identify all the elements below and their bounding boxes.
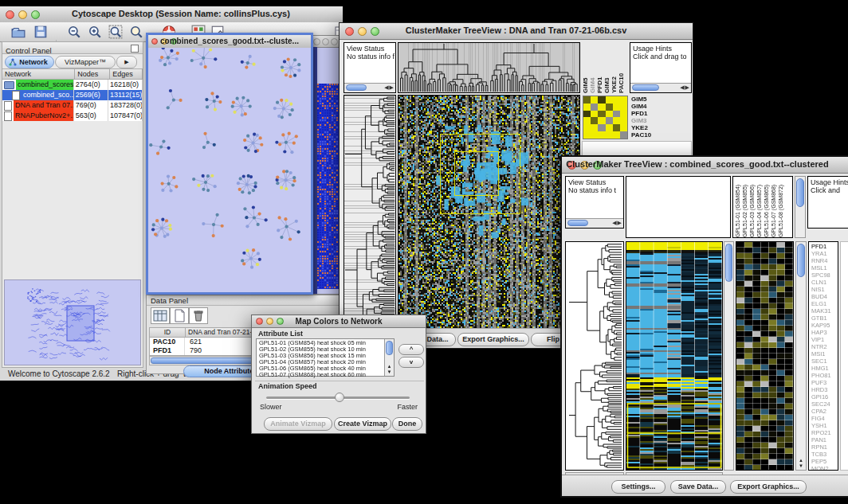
matrix-cell[interactable] [583, 104, 591, 111]
dialog-button-1[interactable]: Create Vizmap [334, 417, 391, 431]
dialog-button-2[interactable]: Done [392, 417, 422, 431]
attribute-select-icon[interactable] [151, 307, 170, 324]
tv2-zoom-heatmap[interactable] [736, 241, 794, 471]
tv1-button-1[interactable]: Export Graphics... [457, 333, 529, 346]
network-overview-canvas[interactable] [5, 280, 140, 365]
tv1-global-heatmap[interactable] [398, 95, 580, 329]
tv1-column-dendrogram[interactable] [398, 42, 580, 93]
matrix-cell[interactable] [598, 96, 605, 104]
zoom-in-icon[interactable] [88, 25, 102, 39]
tv2-column-dendrogram[interactable] [626, 176, 731, 238]
network-row[interactable]: combined_sco...2569(6)13112(15) [2, 90, 143, 100]
matrix-cell[interactable] [583, 117, 591, 124]
tv1-status-scrollbar[interactable]: ◀▶ [344, 83, 395, 92]
matrix-cell[interactable] [591, 111, 598, 118]
matrix-cell[interactable] [613, 111, 620, 118]
tv1-zoom-matrix[interactable] [583, 96, 628, 139]
save-icon[interactable] [33, 25, 48, 39]
dialog-button-0[interactable]: Animate Vizmap [264, 417, 332, 431]
matrix-cell[interactable] [620, 104, 627, 111]
animation-slider[interactable] [266, 397, 410, 399]
matrix-cell[interactable] [606, 111, 613, 118]
network-overview-panel[interactable] [4, 279, 141, 365]
matrix-cell[interactable] [606, 96, 613, 104]
tv2-collabel-scrollbar[interactable] [795, 176, 806, 238]
slider-thumb[interactable] [335, 393, 344, 402]
tv2-button-1[interactable]: Save Data... [670, 480, 726, 494]
matrix-cell[interactable] [613, 124, 620, 131]
matrix-cell[interactable] [620, 131, 627, 139]
matrix-cell[interactable] [613, 131, 620, 139]
tv1-row-label: GIM3 [631, 117, 663, 124]
matrix-cell[interactable] [606, 104, 613, 111]
zoom-out-icon[interactable] [67, 25, 81, 39]
attribute-list-scrollbar[interactable]: ▲▼ [384, 339, 394, 376]
network-view-canvas[interactable] [148, 48, 311, 292]
main-titlebar[interactable]: Cytoscape Desktop (Session Name: collins… [0, 6, 343, 23]
tv2-zoom-scrollbar[interactable]: ▲▼ [795, 241, 807, 471]
tv2-status-scrollbar[interactable]: ◀▶ [566, 218, 623, 228]
delete-attribute-icon[interactable] [189, 307, 208, 324]
network-frame-titlebar[interactable]: combined_scores_good.txt--cluste... [148, 35, 311, 49]
attribute-list-item[interactable]: GPL51-07 (GSM868) heat shock 60 min [259, 372, 394, 378]
network-row[interactable]: combined_scores2764(0)16218(0) [2, 80, 143, 90]
matrix-cell[interactable] [591, 96, 598, 104]
matrix-cell[interactable] [591, 117, 598, 124]
inactive-zoom-button[interactable] [331, 38, 338, 45]
matrix-cell[interactable] [606, 131, 613, 139]
tab-vizmapper[interactable]: VizMapper™ [55, 56, 116, 68]
tv1-hints-scrollbar[interactable]: ◀▶ [630, 83, 691, 92]
col-id[interactable]: ID [150, 328, 186, 337]
matrix-cell[interactable] [598, 131, 605, 139]
float-panel-icon[interactable] [131, 45, 139, 53]
tv2-button-0[interactable]: Settings... [611, 480, 665, 494]
minimize-button[interactable] [18, 10, 27, 19]
matrix-cell[interactable] [620, 96, 627, 104]
tab-network[interactable]: Network [5, 56, 54, 68]
move-down-button[interactable]: v [398, 357, 424, 368]
open-file-icon[interactable] [11, 25, 26, 39]
matrix-cell[interactable] [598, 117, 605, 124]
tv1-row-dendrogram[interactable] [344, 95, 396, 329]
matrix-cell[interactable] [613, 96, 620, 104]
matrix-cell[interactable] [591, 131, 598, 139]
attribute-list[interactable]: GPL51-01 (GSM854) heat shock 05 minGPL51… [256, 338, 395, 377]
network-row[interactable]: RNAPuberNov2+...563(0)107847(0) [2, 111, 143, 121]
tv2-gene-list[interactable]: PFD1YRA1RNR4MSL1SPC98CLN1NIS1BUD4ELG1MAK… [808, 241, 838, 471]
matrix-cell[interactable] [598, 104, 605, 111]
network-row[interactable]: DNA and Tran 07...769(0)183728(0) [2, 100, 143, 111]
matrix-cell[interactable] [620, 111, 627, 118]
matrix-cell[interactable] [613, 117, 620, 124]
matrix-cell[interactable] [583, 111, 591, 118]
tv2-global-heatmap[interactable] [626, 241, 723, 471]
treeview2-titlebar[interactable]: ClusterMaker TreeView : combined_scores_… [562, 157, 848, 174]
tv2-heatmap-scrollbar[interactable] [724, 241, 734, 471]
matrix-cell[interactable] [598, 111, 605, 118]
tv2-row-dendrogram[interactable] [565, 241, 624, 471]
matrix-cell[interactable] [606, 117, 613, 124]
matrix-cell[interactable] [620, 124, 627, 131]
dialog-titlebar[interactable]: Map Colors to Network [252, 315, 426, 328]
matrix-cell[interactable] [583, 124, 591, 131]
matrix-cell[interactable] [591, 124, 598, 131]
zoom-selected-icon[interactable] [129, 25, 143, 39]
matrix-cell[interactable] [620, 117, 627, 124]
matrix-cell[interactable] [591, 104, 598, 111]
zoom-fit-icon[interactable] [108, 25, 123, 39]
treeview1-titlebar[interactable]: ClusterMaker TreeView : DNA and Tran 07-… [340, 23, 693, 40]
matrix-cell[interactable] [598, 124, 605, 131]
tv2-button-2[interactable]: Export Graphics... [730, 480, 807, 494]
network-name: DNA and Tran 07... [14, 100, 74, 111]
close-button[interactable] [6, 10, 14, 19]
inactive-minimize-button[interactable] [322, 38, 329, 45]
new-attribute-icon[interactable] [170, 307, 189, 324]
matrix-cell[interactable] [606, 124, 613, 131]
tab-overflow-button[interactable]: ▶ [116, 56, 137, 68]
zoom-button[interactable] [31, 10, 40, 19]
matrix-cell[interactable] [613, 104, 620, 111]
inactive-close-button[interactable] [313, 38, 320, 45]
matrix-cell[interactable] [583, 96, 591, 104]
matrix-cell[interactable] [583, 131, 591, 139]
tv1-column-labels: GIM5GIM4PFD1GIM3YKE2PAC10 [582, 42, 628, 93]
move-up-button[interactable]: ^ [398, 344, 424, 355]
